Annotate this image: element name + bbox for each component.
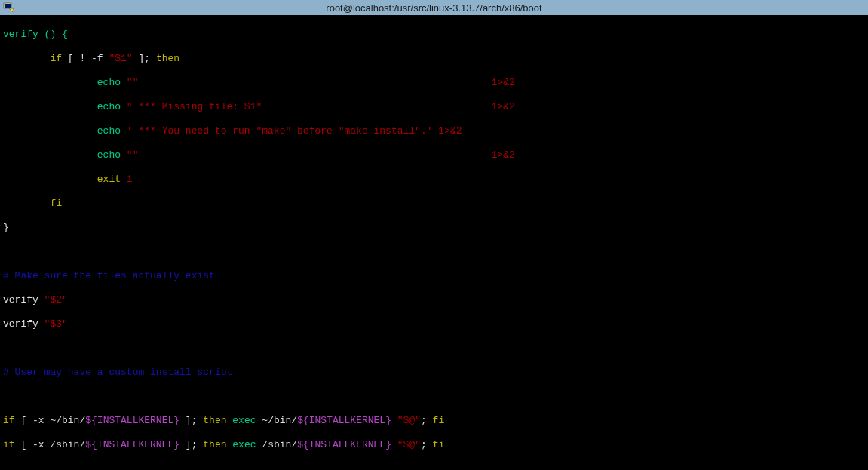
code-line bbox=[3, 343, 865, 355]
code-line: echo ' *** You need to run "make" before… bbox=[3, 125, 865, 137]
code-line: verify () { bbox=[3, 29, 865, 41]
code-line: # User may have a custom install script bbox=[3, 367, 865, 379]
code-line: echo "" 1>&2 bbox=[3, 149, 865, 161]
putty-icon bbox=[3, 2, 15, 14]
code-line bbox=[3, 463, 865, 470]
terminal-content[interactable]: verify () { if [ ! -f "$1" ]; then echo … bbox=[0, 15, 868, 470]
code-line: if [ ! -f "$1" ]; then bbox=[3, 53, 865, 65]
svg-rect-1 bbox=[5, 4, 11, 8]
code-line: # Make sure the files actually exist bbox=[3, 270, 865, 282]
code-line: exit 1 bbox=[3, 174, 865, 186]
window-title: root@localhost:/usr/src/linux-3.13.7/arc… bbox=[326, 2, 541, 14]
code-line: verify "$2" bbox=[3, 294, 865, 306]
code-line: fi bbox=[3, 198, 865, 210]
code-line bbox=[3, 391, 865, 403]
code-line: verify "$3" bbox=[3, 318, 865, 330]
code-line: echo " *** Missing file: $1" 1>&2 bbox=[3, 101, 865, 113]
window-titlebar[interactable]: root@localhost:/usr/src/linux-3.13.7/arc… bbox=[0, 0, 868, 15]
code-line: if [ -x ~/bin/${INSTALLKERNEL} ]; then e… bbox=[3, 415, 865, 427]
code-line: if [ -x /sbin/${INSTALLKERNEL} ]; then e… bbox=[3, 439, 865, 451]
code-line: echo "" 1>&2 bbox=[3, 77, 865, 89]
code-line bbox=[3, 246, 865, 258]
code-line: } bbox=[3, 222, 865, 234]
